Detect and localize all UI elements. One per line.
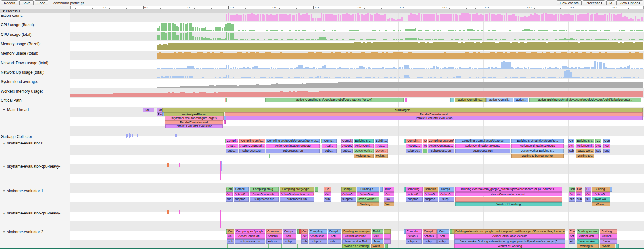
skyframe-evaluator-0-slice[interactable]: Waiting to... — [576, 154, 594, 158]
skyframe-evaluator-0-slice[interactable]: Co — [423, 139, 427, 143]
skyframe-evaluator-2-slice[interactable] — [384, 234, 391, 239]
skyframe-evaluator-0-slice[interactable]: subp... — [322, 149, 337, 153]
skyframe-evaluator-2-slice[interactable]: subp... — [423, 239, 437, 244]
skyframe-evaluator-0-slice[interactable]: Building src... — [354, 139, 374, 143]
skyframe-evaluator-2-slice[interactable]: subproc... — [266, 239, 282, 244]
skyframe-evaluator-0-slice[interactable]: sub — [603, 149, 610, 153]
event-tick[interactable] — [175, 134, 176, 137]
skyframe-evaluator-1-slice[interactable]: Compil... — [234, 187, 249, 192]
skyframe-evaluator-0-slice[interactable]: Comp... — [322, 139, 337, 143]
skyframe-evaluator-1-slice[interactable]: ActionC... — [424, 192, 438, 197]
skyframe-evaluator-1-slice[interactable] — [455, 197, 562, 202]
skyframe-evaluator-2-slice[interactable]: Compil... — [423, 229, 437, 234]
event-tick[interactable] — [226, 203, 226, 206]
skyframe-evaluator-0-slice[interactable]: Compiling src/google/protobuf/generat... — [266, 139, 320, 143]
skyframe-evaluator-0-slice[interactable]: sub — [595, 149, 601, 153]
skyframe-evaluator-1-slice[interactable]: ActionC... — [406, 192, 423, 197]
skyframe-evaluator-1-slice[interactable]: Worker #1 working — [455, 202, 562, 207]
skyframe-evaluator-0-slice[interactable]: Co — [595, 139, 601, 143]
skyframe-evaluator-0-slice[interactable]: Compil... — [341, 139, 353, 143]
skyframe-evaluator-0-slice[interactable]: Act — [595, 144, 601, 148]
skyframe-evaluator-2-slice[interactable]: Javac worker... — [577, 239, 599, 244]
skyframe-evaluator-1-slice[interactable]: ActionContinuation.execute — [455, 192, 562, 197]
event-tick[interactable] — [129, 133, 130, 138]
skyframe-evaluator-1-slice[interactable] — [380, 187, 383, 192]
event-tick[interactable] — [179, 210, 180, 214]
skyframe-evaluator-2-slice[interactable]: ActionContinuati... — [235, 234, 265, 239]
collapse-arrow-icon[interactable]: ▼ — [3, 142, 5, 145]
skyframe-evaluator-1-slice[interactable]: subproc... — [341, 197, 356, 202]
track-label-skyframe-evaluator-2[interactable]: ▼skyframe-evaluator 2 — [3, 230, 43, 234]
main-thread-slice[interactable]: skyframeExecutor.configureTargets — [165, 116, 224, 120]
event-tick[interactable] — [226, 98, 227, 102]
skyframe-evaluator-1-slice[interactable]: Building s... — [357, 187, 379, 192]
skyframe-evaluator-1-slice[interactable]: ActionC... — [439, 192, 454, 197]
event-tick[interactable] — [141, 133, 141, 138]
skyframe-evaluator-2-slice[interactable]: Act — [569, 234, 575, 239]
event-tick[interactable] — [168, 163, 169, 167]
skyframe-evaluator-1-slice[interactable]: ActionContinuation.execute — [280, 192, 314, 197]
skyframe-evaluator-2-slice[interactable]: sub — [301, 239, 308, 244]
main-thread-slice[interactable]: Par — [157, 108, 162, 112]
skyframe-evaluator-2-slice[interactable]: sub — [227, 239, 234, 244]
main-thread-slice[interactable]: Parallel Evaluator evaluation — [226, 116, 643, 120]
skyframe-evaluator-0-slice[interactable]: Acti... — [375, 144, 388, 148]
skyframe-evaluator-2-slice[interactable]: Compiling ... — [309, 229, 327, 234]
event-tick[interactable] — [176, 134, 177, 137]
skyframe-evaluator-0-slice[interactable]: sub — [568, 149, 574, 153]
skyframe-evaluator-2-slice[interactable] — [452, 229, 454, 234]
event-tick[interactable] — [177, 163, 177, 167]
skyframe-evaluator-2-slice[interactable]: Compi... — [283, 229, 296, 234]
skyframe-evaluator-1-slice[interactable]: Build... — [384, 187, 394, 192]
event-tick[interactable] — [176, 210, 176, 214]
skyframe-evaluator-0-slice[interactable]: ActionC... — [406, 144, 422, 148]
skyframe-evaluator-1-slice[interactable]: Ac... — [576, 192, 582, 197]
skyframe-evaluator-1-slice[interactable]: ActionC... — [234, 192, 249, 197]
skyframe-evaluator-2-slice[interactable]: subp... — [437, 239, 449, 244]
skyframe-evaluator-0-slice[interactable]: subp... — [226, 149, 238, 153]
track-label-skyframe-evaluator-cpu-heavy[interactable]: ▼skyframe-evaluator-cpu-heavy- — [3, 164, 60, 169]
skyframe-evaluator-2-slice[interactable]: ActionContinuation.execute — [454, 234, 565, 239]
skyframe-evaluator-1-slice[interactable]: Act — [324, 192, 331, 197]
skyframe-evaluator-1-slice[interactable] — [315, 187, 318, 192]
skyframe-evaluator-1-slice[interactable]: Com — [569, 187, 575, 192]
skyframe-evaluator-1-slice[interactable]: C... — [585, 187, 591, 192]
skyframe-evaluator-2-slice[interactable]: Building src/main/jav... — [342, 229, 371, 234]
skyframe-evaluator-0-slice[interactable]: Complin... — [406, 139, 422, 143]
skyframe-evaluator-1-slice[interactable]: subprocess.run — [250, 197, 279, 202]
collapse-arrow-icon[interactable]: ▼ — [3, 165, 5, 168]
skyframe-evaluator-1-slice[interactable]: subproc... — [234, 197, 249, 202]
skyframe-evaluator-2-slice[interactable] — [384, 229, 391, 234]
skyframe-evaluator-2-slice[interactable]: Javac worker Building external/com_googl… — [454, 239, 565, 244]
skyframe-evaluator-1-slice[interactable]: sub — [226, 197, 233, 202]
skyframe-evaluator-2-slice[interactable]: Com — [301, 229, 308, 234]
track-label-skyframe-evaluator-1[interactable]: ▼skyframe-evaluator 1 — [3, 189, 43, 193]
skyframe-evaluator-1-slice[interactable]: sub — [324, 197, 331, 202]
skyframe-evaluator-0-slice[interactable]: ActionContinuati... — [428, 144, 454, 148]
track-label-skyframe-evaluator-0[interactable]: ▼skyframe-evaluator 0 — [3, 141, 43, 145]
skyframe-evaluator-2-slice[interactable]: Com... — [437, 229, 449, 234]
skyframe-evaluator-2-slice[interactable]: ActionContinuati... — [342, 234, 371, 239]
skyframe-evaluator-2-slice[interactable]: subprocess.run — [235, 239, 265, 244]
skyframe-evaluator-0-slice[interactable]: subprocess.run — [455, 149, 510, 153]
skyframe-evaluator-1-slice[interactable]: ActionConti... — [357, 192, 379, 197]
skyframe-evaluator-0-slice[interactable]: Compiling src/g... — [239, 139, 265, 143]
event-tick[interactable] — [176, 163, 176, 167]
skyframe-evaluator-2-slice[interactable]: ActionC... — [266, 234, 282, 239]
skyframe-evaluator-0-slice[interactable]: Compiling src/core/... — [428, 139, 454, 143]
critical-path-slice[interactable]: action 'Compiling src/google/protobuf/de… — [265, 98, 404, 102]
skyframe-evaluator-1-slice[interactable]: Compiling src/google... — [280, 187, 314, 192]
skyframe-evaluator-1-slice[interactable]: Compiling ... — [406, 187, 423, 192]
skyframe-evaluator-0-slice[interactable]: subproc... — [406, 149, 422, 153]
skyframe-evaluator-2-slice[interactable]: Compiling... — [406, 229, 422, 234]
collapse-arrow-icon[interactable]: ▼ — [3, 212, 5, 215]
skyframe-evaluator-2-slice[interactable]: Com — [569, 229, 575, 234]
skyframe-evaluator-0-slice[interactable]: ActionContinuation.execute — [455, 144, 510, 148]
track-label-skyframe-evaluator-cpu-heavy[interactable]: ▼skyframe-evaluator-cpu-heavy- — [3, 211, 60, 215]
skyframe-evaluator-0-slice[interactable]: Acti... — [322, 144, 337, 148]
skyframe-evaluator-2-slice[interactable]: Com — [227, 229, 234, 234]
skyframe-evaluator-1-slice[interactable]: Co — [324, 187, 331, 192]
collapse-arrow-icon[interactable]: ▼ — [3, 190, 5, 193]
main-thread-slice[interactable]: buildTargets — [162, 108, 643, 112]
skyframe-evaluator-2-slice[interactable]: Building ... — [600, 229, 617, 234]
